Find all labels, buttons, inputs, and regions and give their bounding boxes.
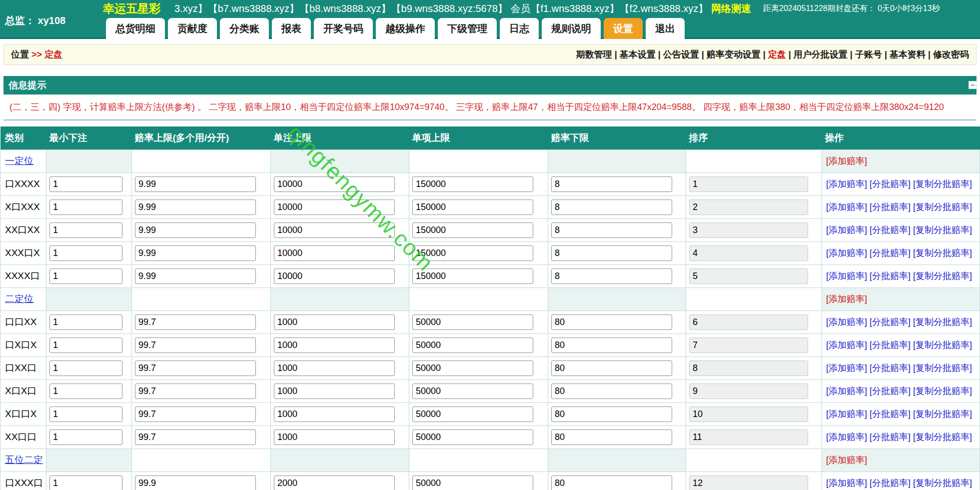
single-bet-upper-input[interactable]	[274, 222, 395, 238]
single-bet-upper-input[interactable]	[274, 314, 395, 330]
add-odds-link[interactable]: [添加赔率]	[826, 202, 867, 212]
add-odds-link[interactable]: [添加赔率]	[826, 363, 867, 373]
odds-lower-input[interactable]	[551, 314, 672, 330]
odds-upper-input[interactable]	[135, 430, 256, 445]
copy-batch-odds-link[interactable]: [复制分批赔率]	[913, 271, 972, 281]
sort-order-input[interactable]	[689, 476, 808, 490]
add-odds-link[interactable]: [添加赔率]	[826, 179, 867, 189]
single-item-upper-input[interactable]	[412, 268, 533, 284]
copy-batch-odds-link[interactable]: [复制分批赔率]	[913, 432, 972, 442]
nav-link-基本设置[interactable]: 基本设置	[620, 50, 656, 60]
single-bet-upper-input[interactable]	[274, 176, 395, 192]
tab-规则说明[interactable]: 规则说明	[542, 18, 601, 39]
copy-batch-odds-link[interactable]: [复制分批赔率]	[913, 225, 972, 235]
odds-upper-input[interactable]	[135, 406, 256, 422]
min-bet-input[interactable]	[49, 314, 122, 330]
tab-总货明细[interactable]: 总货明细	[106, 18, 165, 39]
nav-link-基本资料[interactable]: 基本资料	[890, 50, 926, 60]
nav-link-用户分批设置[interactable]: 用户分批设置	[794, 50, 848, 60]
odds-upper-input[interactable]	[135, 176, 256, 192]
odds-upper-input[interactable]	[135, 246, 256, 261]
nav-link-期数管理[interactable]: 期数管理	[576, 50, 612, 60]
copy-batch-odds-link[interactable]: [复制分批赔率]	[913, 386, 972, 396]
single-item-upper-input[interactable]	[412, 338, 533, 353]
add-odds-link[interactable]: [添加赔率]	[826, 455, 867, 465]
single-item-upper-input[interactable]	[412, 176, 533, 192]
tab-贡献度[interactable]: 贡献度	[168, 18, 217, 39]
odds-lower-input[interactable]	[551, 384, 672, 399]
odds-upper-input[interactable]	[135, 314, 256, 330]
tab-开奖号码[interactable]: 开奖号码	[314, 18, 373, 39]
single-bet-upper-input[interactable]	[274, 360, 395, 376]
nav-link-修改密码[interactable]: 修改密码	[933, 50, 969, 60]
single-bet-upper-input[interactable]	[274, 338, 395, 353]
sort-order-input[interactable]	[689, 338, 808, 353]
add-odds-link[interactable]: [添加赔率]	[826, 478, 867, 488]
section-link-五位二定[interactable]: 五位二定	[5, 454, 43, 465]
tab-越级操作[interactable]: 越级操作	[376, 18, 435, 39]
add-odds-link[interactable]: [添加赔率]	[826, 432, 867, 442]
tab-日志[interactable]: 日志	[500, 18, 539, 39]
single-item-upper-input[interactable]	[412, 222, 533, 238]
min-bet-input[interactable]	[49, 384, 122, 399]
tab-报表[interactable]: 报表	[272, 18, 311, 39]
min-bet-input[interactable]	[49, 360, 122, 376]
odds-upper-input[interactable]	[135, 384, 256, 399]
batch-odds-link[interactable]: [分批赔率]	[870, 271, 911, 281]
collapse-icon[interactable]: −	[969, 81, 977, 89]
copy-batch-odds-link[interactable]: [复制分批赔率]	[913, 409, 972, 419]
sort-order-input[interactable]	[689, 268, 808, 284]
min-bet-input[interactable]	[49, 476, 122, 490]
add-odds-link[interactable]: [添加赔率]	[826, 225, 867, 235]
odds-upper-input[interactable]	[135, 200, 256, 215]
add-odds-link[interactable]: [添加赔率]	[826, 248, 867, 258]
sort-order-input[interactable]	[689, 222, 808, 238]
sort-order-input[interactable]	[689, 314, 808, 330]
copy-batch-odds-link[interactable]: [复制分批赔率]	[913, 179, 972, 189]
single-bet-upper-input[interactable]	[274, 268, 395, 284]
odds-lower-input[interactable]	[551, 338, 672, 353]
batch-odds-link[interactable]: [分批赔率]	[870, 317, 911, 327]
sort-order-input[interactable]	[689, 406, 808, 422]
add-odds-link[interactable]: [添加赔率]	[826, 317, 867, 327]
min-bet-input[interactable]	[49, 246, 122, 261]
odds-lower-input[interactable]	[551, 246, 672, 261]
odds-upper-input[interactable]	[135, 222, 256, 238]
batch-odds-link[interactable]: [分批赔率]	[870, 179, 911, 189]
odds-lower-input[interactable]	[551, 476, 672, 490]
min-bet-input[interactable]	[49, 176, 122, 192]
odds-lower-input[interactable]	[551, 268, 672, 284]
tab-下级管理[interactable]: 下级管理	[438, 18, 497, 39]
nav-link-公告设置[interactable]: 公告设置	[663, 50, 699, 60]
copy-batch-odds-link[interactable]: [复制分批赔率]	[913, 340, 972, 350]
tab-设置[interactable]: 设置	[604, 18, 643, 39]
batch-odds-link[interactable]: [分批赔率]	[870, 340, 911, 350]
sort-order-input[interactable]	[689, 430, 808, 445]
add-odds-link[interactable]: [添加赔率]	[826, 409, 867, 419]
add-odds-link[interactable]: [添加赔率]	[826, 156, 867, 166]
section-link-一定位[interactable]: 一定位	[5, 156, 33, 166]
single-item-upper-input[interactable]	[412, 200, 533, 215]
batch-odds-link[interactable]: [分批赔率]	[870, 248, 911, 258]
batch-odds-link[interactable]: [分批赔率]	[870, 386, 911, 396]
add-odds-link[interactable]: [添加赔率]	[826, 386, 867, 396]
odds-lower-input[interactable]	[551, 200, 672, 215]
batch-odds-link[interactable]: [分批赔率]	[870, 363, 911, 373]
sort-order-input[interactable]	[689, 384, 808, 399]
sort-order-input[interactable]	[689, 360, 808, 376]
single-item-upper-input[interactable]	[412, 314, 533, 330]
single-bet-upper-input[interactable]	[274, 246, 395, 261]
sort-order-input[interactable]	[689, 200, 808, 215]
copy-batch-odds-link[interactable]: [复制分批赔率]	[913, 363, 972, 373]
batch-odds-link[interactable]: [分批赔率]	[870, 225, 911, 235]
min-bet-input[interactable]	[49, 222, 122, 238]
network-speed-test-link[interactable]: 网络测速	[711, 2, 751, 16]
add-odds-link[interactable]: [添加赔率]	[826, 340, 867, 350]
add-odds-link[interactable]: [添加赔率]	[826, 294, 867, 304]
odds-upper-input[interactable]	[135, 476, 256, 490]
odds-lower-input[interactable]	[551, 360, 672, 376]
copy-batch-odds-link[interactable]: [复制分批赔率]	[913, 202, 972, 212]
odds-lower-input[interactable]	[551, 222, 672, 238]
odds-lower-input[interactable]	[551, 430, 672, 445]
single-bet-upper-input[interactable]	[274, 384, 395, 399]
